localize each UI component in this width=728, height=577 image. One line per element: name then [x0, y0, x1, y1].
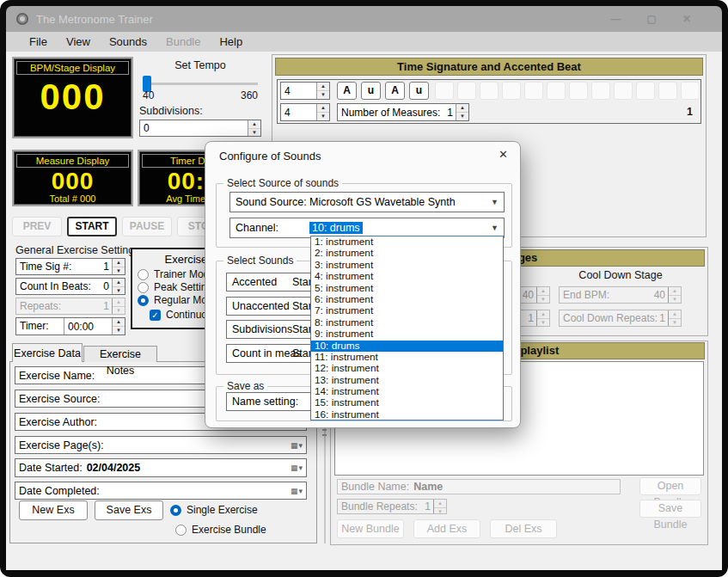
spin-down-icon[interactable]: ▼ — [248, 128, 260, 137]
dropdown-arrow-icon[interactable]: ▼ — [491, 198, 504, 206]
beat-button-2[interactable]: u — [361, 82, 381, 100]
channel-option[interactable]: 14: instrument — [311, 386, 503, 397]
spin-up-icon[interactable]: ▲ — [248, 120, 260, 128]
calendar-dropdown-icon[interactable]: ▦▾ — [291, 441, 303, 450]
channel-option[interactable]: 16: instrument — [311, 409, 503, 420]
channel-option[interactable]: 6: instrument — [311, 294, 503, 305]
channel-dropdown-list[interactable]: 1: instrument 2: instrument 3: instrumen… — [310, 236, 504, 420]
radio-icon[interactable] — [138, 282, 149, 293]
measures-label: Number of Measures: — [338, 107, 440, 119]
spinner-buttons: ▲▼ — [536, 287, 549, 303]
trainer-mode-radio[interactable]: Trainer Mode — [138, 268, 215, 280]
spinner-buttons[interactable]: ▲▼ — [456, 104, 468, 120]
maximize-icon[interactable]: ▢ — [647, 13, 657, 25]
accented-label: Accented — [227, 276, 277, 288]
count-in-spinner[interactable]: Count In Beats: 0 ▲▼ — [15, 278, 125, 295]
checkbox-checked-icon[interactable]: ✓ — [150, 310, 161, 321]
tab-exercise-data[interactable]: Exercise Data — [12, 343, 83, 362]
spinner-buttons[interactable]: ▲▼ — [112, 279, 125, 294]
time-sig-top-spinner[interactable]: 4 ▲▼ — [280, 82, 330, 100]
start-button[interactable]: START — [67, 217, 117, 236]
spinner-buttons[interactable]: ▲▼ — [316, 104, 329, 120]
date-completed-field[interactable]: Date Completed: ▦▾ — [15, 482, 307, 500]
spinner-buttons[interactable]: ▲▼ — [248, 120, 260, 136]
time-sig-spinner[interactable]: Time Sig #: 1 ▲▼ — [15, 258, 125, 275]
radio-selected-icon[interactable] — [170, 505, 181, 516]
select-source-group-label: Select Source of sounds — [223, 177, 342, 189]
menu-view[interactable]: View — [57, 34, 100, 50]
date-started-label: Date Started: — [19, 462, 83, 474]
repeats-spinner: Repeats: 1 ▲▼ — [15, 298, 125, 315]
measure-total: Total # 000 — [14, 193, 132, 204]
cool-down-repeats-value: 1 — [659, 312, 668, 324]
channel-option[interactable]: 1: instrument — [311, 236, 503, 248]
save-exs-button[interactable]: Save Exs — [95, 500, 163, 520]
minimize-icon[interactable]: — — [611, 13, 621, 25]
beat-button-1[interactable]: A — [337, 82, 357, 100]
channel-option[interactable]: 12: instrument — [311, 363, 503, 374]
time-sig-bottom-spinner[interactable]: 4 ▲▼ — [280, 103, 330, 121]
bundle-repeats-spinner: Bundle Repeats: 1 ▲▼ — [337, 499, 447, 514]
beat-slot-empty — [681, 82, 700, 100]
repeats-label: Repeats: — [16, 300, 61, 312]
number-of-measures-spinner[interactable]: Number of Measures: 1 ▲▼ — [337, 103, 469, 121]
peak-setting-radio[interactable]: Peak Setting — [138, 281, 212, 293]
channel-label: Channel: — [230, 222, 278, 234]
spinner-buttons: ▲▼ — [668, 310, 681, 326]
exercise-pages-field[interactable]: Exercise Page(s): ▦▾ — [15, 436, 307, 454]
date-started-field[interactable]: Date Started: 02/04/2025 ▦▾ — [15, 458, 307, 477]
beat-slot-empty — [658, 82, 677, 100]
channel-option[interactable]: 8: instrument — [311, 317, 503, 328]
channel-option[interactable]: 3: instrument — [311, 260, 503, 271]
channel-option[interactable]: 7: instrument — [311, 305, 503, 316]
new-exs-button[interactable]: New Exs — [19, 500, 88, 520]
single-exercise-radio[interactable]: Single Exercise — [170, 504, 258, 516]
channel-option[interactable]: 5: instrument — [311, 283, 503, 294]
spinner-buttons[interactable]: ▲▼ — [112, 318, 125, 335]
measure-display: Measure Display 000 Total # 000 — [12, 150, 133, 206]
beat-button-3[interactable]: A — [385, 82, 405, 100]
menu-bar: File View Sounds Bundle Help — [6, 32, 722, 52]
menu-file[interactable]: File — [20, 34, 57, 50]
calendar-dropdown-icon[interactable]: ▦▾ — [291, 487, 303, 495]
sound-source-combo[interactable]: Sound Source: Microsoft GS Wavetable Syn… — [229, 192, 505, 212]
channel-option-selected[interactable]: 10: drums — [311, 341, 503, 352]
channel-option[interactable]: 11: instrument — [311, 352, 503, 363]
count-in-label: Count In Beats: — [16, 280, 91, 292]
calendar-dropdown-icon[interactable]: ▦▾ — [291, 463, 303, 472]
radio-selected-icon[interactable] — [138, 295, 149, 306]
beat-slot-empty — [591, 82, 610, 100]
close-icon[interactable]: ✕ — [682, 13, 691, 25]
timer-setting-spinner[interactable]: Timer: 00:00 ▲▼ — [15, 317, 125, 335]
metronome-app-icon — [16, 13, 28, 25]
bundle-repeats-label: Bundle Repeats: — [338, 500, 418, 513]
tab-exercise-notes[interactable]: Exercise Notes — [83, 346, 157, 362]
menu-sounds[interactable]: Sounds — [100, 34, 156, 50]
repeats-value: 1 — [103, 300, 112, 312]
beat-button-4[interactable]: u — [409, 82, 429, 100]
spinner-buttons[interactable]: ▲▼ — [316, 83, 329, 99]
beat-slot-empty — [480, 82, 499, 100]
menu-help[interactable]: Help — [210, 34, 252, 50]
radio-icon[interactable] — [138, 269, 149, 280]
exercise-author-label: Exercise Author: — [19, 416, 97, 428]
beat-slot-empty — [435, 82, 454, 100]
time-sig-bottom-value: 4 — [281, 107, 291, 119]
dropdown-arrow-icon[interactable]: ▼ — [491, 224, 504, 232]
exercise-bundle-radio[interactable]: Exercise Bundle — [175, 524, 266, 536]
spinner-buttons[interactable]: ▲▼ — [112, 259, 125, 274]
channel-option[interactable]: 15: instrument — [311, 397, 503, 408]
peak-setting-label: Peak Setting — [154, 281, 212, 293]
tempo-slider-track[interactable] — [143, 83, 258, 85]
channel-option[interactable]: 4: instrument — [311, 271, 503, 282]
beat-slot-empty — [524, 82, 543, 100]
bpm-display-title: BPM/Stage Display — [16, 61, 129, 75]
dialog-close-icon[interactable]: ✕ — [499, 148, 508, 161]
channel-option[interactable]: 2: instrument — [311, 248, 503, 259]
beat-slot-empty — [457, 82, 476, 100]
channel-option[interactable]: 13: instrument — [311, 375, 503, 386]
subdivisions-spinner[interactable]: 0 ▲▼ — [139, 120, 261, 137]
cool-down-repeats-label: Cool Down Repeats: — [560, 312, 658, 324]
radio-icon[interactable] — [175, 525, 187, 536]
channel-option[interactable]: 9: instrument — [311, 328, 503, 340]
